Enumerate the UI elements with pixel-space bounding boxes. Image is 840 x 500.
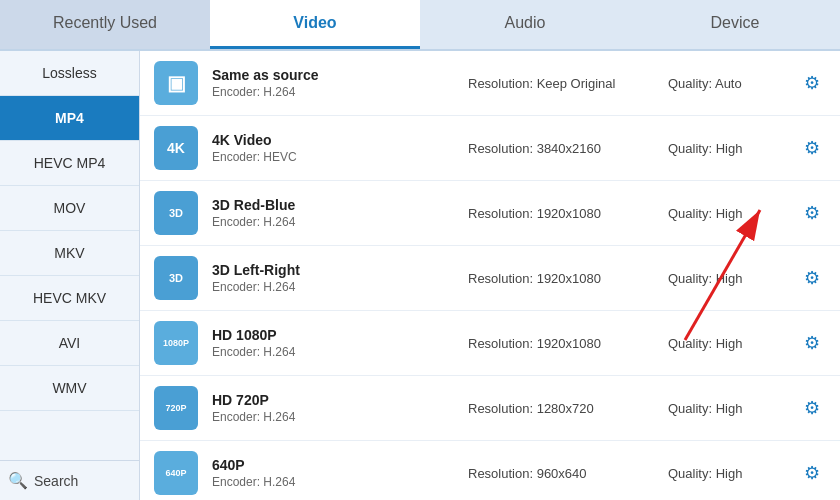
profile-gear-4k-video[interactable]: ⚙ <box>798 134 826 162</box>
sidebar-item-lossless[interactable]: Lossless <box>0 51 139 96</box>
profile-gear-hd-1080p[interactable]: ⚙ <box>798 329 826 357</box>
profile-encoder-hd-720p: Encoder: H.264 <box>212 410 468 424</box>
profile-info-3d-left-right: 3D Left-RightEncoder: H.264 <box>212 262 468 294</box>
profile-row-hd-1080p[interactable]: 1080PHD 1080PEncoder: H.264Resolution: 1… <box>140 311 840 376</box>
profile-info-same-as-source: Same as sourceEncoder: H.264 <box>212 67 468 99</box>
profile-icon-3d-left-right: 3D <box>154 256 198 300</box>
profile-icon-hd-720p: 720P <box>154 386 198 430</box>
profile-resolution-hd-720p: Resolution: 1280x720 <box>468 401 668 416</box>
profile-encoder-same-as-source: Encoder: H.264 <box>212 85 468 99</box>
sidebar-item-hevc-mkv[interactable]: HEVC MKV <box>0 276 139 321</box>
profile-info-hd-720p: HD 720PEncoder: H.264 <box>212 392 468 424</box>
profile-encoder-3d-red-blue: Encoder: H.264 <box>212 215 468 229</box>
profile-quality-same-as-source: Quality: Auto <box>668 76 798 91</box>
profile-name-same-as-source: Same as source <box>212 67 468 83</box>
profile-name-640p: 640P <box>212 457 468 473</box>
profile-encoder-640p: Encoder: H.264 <box>212 475 468 489</box>
profile-resolution-hd-1080p: Resolution: 1920x1080 <box>468 336 668 351</box>
profile-row-3d-left-right[interactable]: 3D3D Left-RightEncoder: H.264Resolution:… <box>140 246 840 311</box>
profile-quality-4k-video: Quality: High <box>668 141 798 156</box>
tab-audio[interactable]: Audio <box>420 0 630 49</box>
profile-name-hd-720p: HD 720P <box>212 392 468 408</box>
profile-quality-3d-red-blue: Quality: High <box>668 206 798 221</box>
sidebar-items: LosslessMP4HEVC MP4MOVMKVHEVC MKVAVIWMV <box>0 51 139 411</box>
profile-resolution-3d-left-right: Resolution: 1920x1080 <box>468 271 668 286</box>
sidebar-item-hevc-mp4[interactable]: HEVC MP4 <box>0 141 139 186</box>
search-button[interactable]: 🔍 Search <box>0 460 139 500</box>
sidebar-item-wmv[interactable]: WMV <box>0 366 139 411</box>
profile-info-hd-1080p: HD 1080PEncoder: H.264 <box>212 327 468 359</box>
main-content: LosslessMP4HEVC MP4MOVMKVHEVC MKVAVIWMV … <box>0 51 840 500</box>
sidebar-item-avi[interactable]: AVI <box>0 321 139 366</box>
profile-list: ▣Same as sourceEncoder: H.264Resolution:… <box>140 51 840 500</box>
profile-row-640p[interactable]: 640P640PEncoder: H.264Resolution: 960x64… <box>140 441 840 500</box>
profile-quality-640p: Quality: High <box>668 466 798 481</box>
profile-icon-hd-1080p: 1080P <box>154 321 198 365</box>
profile-encoder-hd-1080p: Encoder: H.264 <box>212 345 468 359</box>
profile-resolution-640p: Resolution: 960x640 <box>468 466 668 481</box>
profile-gear-hd-720p[interactable]: ⚙ <box>798 394 826 422</box>
search-icon: 🔍 <box>8 471 28 490</box>
profile-info-4k-video: 4K VideoEncoder: HEVC <box>212 132 468 164</box>
profile-row-same-as-source[interactable]: ▣Same as sourceEncoder: H.264Resolution:… <box>140 51 840 116</box>
profile-resolution-4k-video: Resolution: 3840x2160 <box>468 141 668 156</box>
sidebar-item-mov[interactable]: MOV <box>0 186 139 231</box>
profile-gear-3d-red-blue[interactable]: ⚙ <box>798 199 826 227</box>
profile-encoder-4k-video: Encoder: HEVC <box>212 150 468 164</box>
profile-quality-hd-720p: Quality: High <box>668 401 798 416</box>
profile-info-640p: 640PEncoder: H.264 <box>212 457 468 489</box>
profile-quality-hd-1080p: Quality: High <box>668 336 798 351</box>
profile-name-3d-left-right: 3D Left-Right <box>212 262 468 278</box>
tab-video[interactable]: Video <box>210 0 420 49</box>
profile-info-3d-red-blue: 3D Red-BlueEncoder: H.264 <box>212 197 468 229</box>
profile-quality-3d-left-right: Quality: High <box>668 271 798 286</box>
profile-resolution-same-as-source: Resolution: Keep Original <box>468 76 668 91</box>
profile-row-3d-red-blue[interactable]: 3D3D Red-BlueEncoder: H.264Resolution: 1… <box>140 181 840 246</box>
profile-icon-3d-red-blue: 3D <box>154 191 198 235</box>
profile-row-4k-video[interactable]: 4K4K VideoEncoder: HEVCResolution: 3840x… <box>140 116 840 181</box>
tab-bar: Recently UsedVideoAudioDevice <box>0 0 840 51</box>
sidebar-item-mp4[interactable]: MP4 <box>0 96 139 141</box>
tab-device[interactable]: Device <box>630 0 840 49</box>
profile-row-hd-720p[interactable]: 720PHD 720PEncoder: H.264Resolution: 128… <box>140 376 840 441</box>
profile-encoder-3d-left-right: Encoder: H.264 <box>212 280 468 294</box>
profile-icon-640p: 640P <box>154 451 198 495</box>
profile-icon-same-as-source: ▣ <box>154 61 198 105</box>
profile-gear-same-as-source[interactable]: ⚙ <box>798 69 826 97</box>
profile-name-hd-1080p: HD 1080P <box>212 327 468 343</box>
sidebar-item-mkv[interactable]: MKV <box>0 231 139 276</box>
profile-icon-4k-video: 4K <box>154 126 198 170</box>
tab-recently-used[interactable]: Recently Used <box>0 0 210 49</box>
profile-gear-640p[interactable]: ⚙ <box>798 459 826 487</box>
profile-name-3d-red-blue: 3D Red-Blue <box>212 197 468 213</box>
search-label: Search <box>34 473 78 489</box>
profile-gear-3d-left-right[interactable]: ⚙ <box>798 264 826 292</box>
profile-name-4k-video: 4K Video <box>212 132 468 148</box>
profile-resolution-3d-red-blue: Resolution: 1920x1080 <box>468 206 668 221</box>
sidebar: LosslessMP4HEVC MP4MOVMKVHEVC MKVAVIWMV … <box>0 51 140 500</box>
